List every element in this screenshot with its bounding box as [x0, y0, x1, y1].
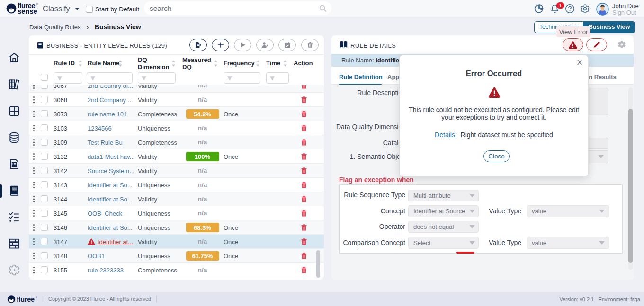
svg-text:®: ®	[36, 296, 37, 299]
svg-text:sense: sense	[18, 8, 37, 15]
svg-text:fluree: fluree	[17, 296, 35, 303]
svg-text:®: ®	[36, 3, 38, 6]
